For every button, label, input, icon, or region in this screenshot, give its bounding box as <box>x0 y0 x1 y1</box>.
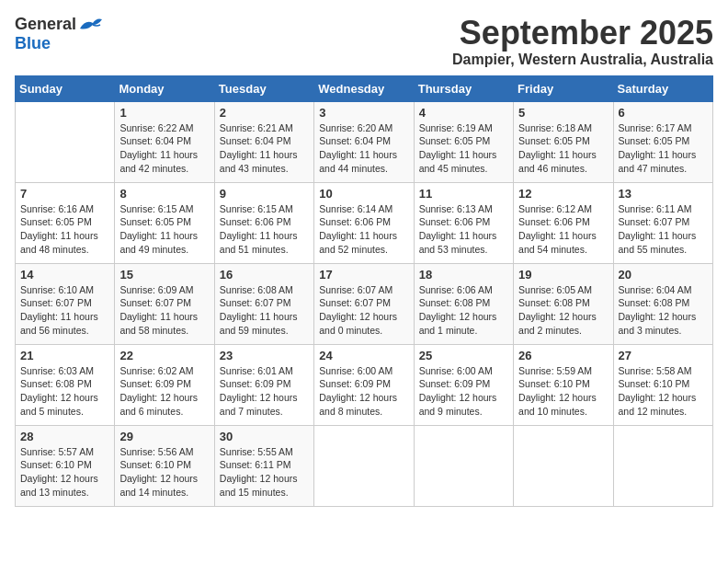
day-info: Sunrise: 6:15 AM Sunset: 6:06 PM Dayligh… <box>220 202 309 257</box>
calendar-week-row: 7Sunrise: 6:16 AM Sunset: 6:05 PM Daylig… <box>16 182 713 263</box>
calendar-cell: 27Sunrise: 5:58 AM Sunset: 6:10 PM Dayli… <box>613 344 712 425</box>
day-info: Sunrise: 5:58 AM Sunset: 6:10 PM Dayligh… <box>619 364 708 419</box>
day-info: Sunrise: 6:21 AM Sunset: 6:04 PM Dayligh… <box>220 121 309 176</box>
day-info: Sunrise: 5:56 AM Sunset: 6:10 PM Dayligh… <box>119 445 209 500</box>
day-info: Sunrise: 6:11 AM Sunset: 6:07 PM Dayligh… <box>619 202 708 257</box>
header-day-tuesday: Tuesday <box>214 75 313 101</box>
day-info: Sunrise: 6:03 AM Sunset: 6:08 PM Dayligh… <box>20 364 109 419</box>
calendar-cell: 4Sunrise: 6:19 AM Sunset: 6:05 PM Daylig… <box>414 101 513 182</box>
calendar-cell: 30Sunrise: 5:55 AM Sunset: 6:11 PM Dayli… <box>214 425 313 506</box>
calendar-cell <box>16 101 115 182</box>
day-info: Sunrise: 6:13 AM Sunset: 6:06 PM Dayligh… <box>419 202 508 257</box>
logo: General Blue <box>15 15 104 53</box>
day-number: 16 <box>220 268 309 282</box>
day-info: Sunrise: 6:01 AM Sunset: 6:09 PM Dayligh… <box>220 364 309 419</box>
title-section: September 2025 Dampier, Western Australi… <box>452 15 713 68</box>
page-title: September 2025 <box>452 15 713 52</box>
day-info: Sunrise: 6:00 AM Sunset: 6:09 PM Dayligh… <box>319 364 408 419</box>
day-info: Sunrise: 6:17 AM Sunset: 6:05 PM Dayligh… <box>619 121 708 176</box>
day-number: 24 <box>319 349 408 362</box>
day-info: Sunrise: 6:10 AM Sunset: 6:07 PM Dayligh… <box>20 283 109 338</box>
day-info: Sunrise: 6:12 AM Sunset: 6:06 PM Dayligh… <box>518 202 608 257</box>
day-number: 25 <box>419 349 508 362</box>
day-info: Sunrise: 6:09 AM Sunset: 6:07 PM Dayligh… <box>119 283 209 338</box>
calendar-cell: 19Sunrise: 6:05 AM Sunset: 6:08 PM Dayli… <box>514 263 613 344</box>
day-info: Sunrise: 6:19 AM Sunset: 6:05 PM Dayligh… <box>419 121 508 176</box>
calendar-cell <box>414 425 513 506</box>
calendar-cell: 9Sunrise: 6:15 AM Sunset: 6:06 PM Daylig… <box>214 182 313 263</box>
calendar-cell: 21Sunrise: 6:03 AM Sunset: 6:08 PM Dayli… <box>16 344 115 425</box>
day-number: 14 <box>20 268 109 282</box>
day-info: Sunrise: 6:08 AM Sunset: 6:07 PM Dayligh… <box>220 283 309 338</box>
header-day-thursday: Thursday <box>414 75 513 101</box>
day-info: Sunrise: 6:04 AM Sunset: 6:08 PM Dayligh… <box>619 283 708 338</box>
day-info: Sunrise: 6:05 AM Sunset: 6:08 PM Dayligh… <box>518 283 608 338</box>
day-info: Sunrise: 6:16 AM Sunset: 6:05 PM Dayligh… <box>20 202 109 257</box>
day-number: 22 <box>119 349 209 362</box>
day-info: Sunrise: 6:00 AM Sunset: 6:09 PM Dayligh… <box>419 364 508 419</box>
day-number: 7 <box>20 187 109 201</box>
logo-general: General <box>15 15 76 34</box>
calendar-table: SundayMondayTuesdayWednesdayThursdayFrid… <box>15 75 713 507</box>
day-number: 19 <box>518 268 608 282</box>
day-number: 15 <box>119 268 209 282</box>
calendar-cell: 16Sunrise: 6:08 AM Sunset: 6:07 PM Dayli… <box>214 263 313 344</box>
day-number: 27 <box>619 349 708 362</box>
day-number: 13 <box>619 187 708 201</box>
day-info: Sunrise: 6:14 AM Sunset: 6:06 PM Dayligh… <box>319 202 408 257</box>
calendar-cell: 29Sunrise: 5:56 AM Sunset: 6:10 PM Dayli… <box>115 425 214 506</box>
calendar-cell: 22Sunrise: 6:02 AM Sunset: 6:09 PM Dayli… <box>115 344 214 425</box>
day-number: 8 <box>119 187 209 201</box>
day-info: Sunrise: 6:07 AM Sunset: 6:07 PM Dayligh… <box>319 283 408 338</box>
day-number: 3 <box>319 106 408 120</box>
calendar-cell <box>514 425 613 506</box>
day-number: 30 <box>220 430 309 443</box>
calendar-cell: 3Sunrise: 6:20 AM Sunset: 6:04 PM Daylig… <box>314 101 414 182</box>
day-number: 10 <box>319 187 408 201</box>
calendar-cell: 26Sunrise: 5:59 AM Sunset: 6:10 PM Dayli… <box>514 344 613 425</box>
calendar-cell: 6Sunrise: 6:17 AM Sunset: 6:05 PM Daylig… <box>613 101 712 182</box>
day-number: 1 <box>119 106 209 120</box>
day-number: 4 <box>419 106 508 120</box>
calendar-week-row: 1Sunrise: 6:22 AM Sunset: 6:04 PM Daylig… <box>16 101 713 182</box>
header-day-wednesday: Wednesday <box>314 75 414 101</box>
calendar-cell: 17Sunrise: 6:07 AM Sunset: 6:07 PM Dayli… <box>314 263 414 344</box>
logo-bird-icon <box>78 16 104 34</box>
calendar-cell: 2Sunrise: 6:21 AM Sunset: 6:04 PM Daylig… <box>214 101 313 182</box>
calendar-cell: 1Sunrise: 6:22 AM Sunset: 6:04 PM Daylig… <box>115 101 214 182</box>
calendar-cell: 14Sunrise: 6:10 AM Sunset: 6:07 PM Dayli… <box>16 263 115 344</box>
calendar-cell: 18Sunrise: 6:06 AM Sunset: 6:08 PM Dayli… <box>414 263 513 344</box>
day-number: 6 <box>619 106 708 120</box>
day-info: Sunrise: 6:22 AM Sunset: 6:04 PM Dayligh… <box>119 121 209 176</box>
day-info: Sunrise: 6:06 AM Sunset: 6:08 PM Dayligh… <box>419 283 508 338</box>
day-number: 9 <box>220 187 309 201</box>
calendar-cell: 5Sunrise: 6:18 AM Sunset: 6:05 PM Daylig… <box>514 101 613 182</box>
day-number: 17 <box>319 268 408 282</box>
calendar-header-row: SundayMondayTuesdayWednesdayThursdayFrid… <box>16 75 713 101</box>
calendar-cell: 24Sunrise: 6:00 AM Sunset: 6:09 PM Dayli… <box>314 344 414 425</box>
calendar-cell: 20Sunrise: 6:04 AM Sunset: 6:08 PM Dayli… <box>613 263 712 344</box>
calendar-cell: 23Sunrise: 6:01 AM Sunset: 6:09 PM Dayli… <box>214 344 313 425</box>
day-info: Sunrise: 5:55 AM Sunset: 6:11 PM Dayligh… <box>220 445 309 500</box>
day-info: Sunrise: 6:15 AM Sunset: 6:05 PM Dayligh… <box>119 202 209 257</box>
day-number: 12 <box>518 187 608 201</box>
header-day-sunday: Sunday <box>16 75 115 101</box>
header: General Blue September 2025 Dampier, Wes… <box>15 15 713 68</box>
calendar-cell: 12Sunrise: 6:12 AM Sunset: 6:06 PM Dayli… <box>514 182 613 263</box>
header-day-saturday: Saturday <box>613 75 712 101</box>
day-info: Sunrise: 5:59 AM Sunset: 6:10 PM Dayligh… <box>518 364 608 419</box>
day-number: 11 <box>419 187 508 201</box>
day-info: Sunrise: 6:18 AM Sunset: 6:05 PM Dayligh… <box>518 121 608 176</box>
day-number: 21 <box>20 349 109 362</box>
calendar-cell <box>613 425 712 506</box>
calendar-cell: 13Sunrise: 6:11 AM Sunset: 6:07 PM Dayli… <box>613 182 712 263</box>
calendar-cell: 7Sunrise: 6:16 AM Sunset: 6:05 PM Daylig… <box>16 182 115 263</box>
calendar-cell: 28Sunrise: 5:57 AM Sunset: 6:10 PM Dayli… <box>16 425 115 506</box>
calendar-cell: 8Sunrise: 6:15 AM Sunset: 6:05 PM Daylig… <box>115 182 214 263</box>
calendar-cell: 11Sunrise: 6:13 AM Sunset: 6:06 PM Dayli… <box>414 182 513 263</box>
calendar-cell: 15Sunrise: 6:09 AM Sunset: 6:07 PM Dayli… <box>115 263 214 344</box>
day-number: 20 <box>619 268 708 282</box>
calendar-week-row: 28Sunrise: 5:57 AM Sunset: 6:10 PM Dayli… <box>16 425 713 506</box>
day-number: 29 <box>119 430 209 443</box>
day-number: 26 <box>518 349 608 362</box>
